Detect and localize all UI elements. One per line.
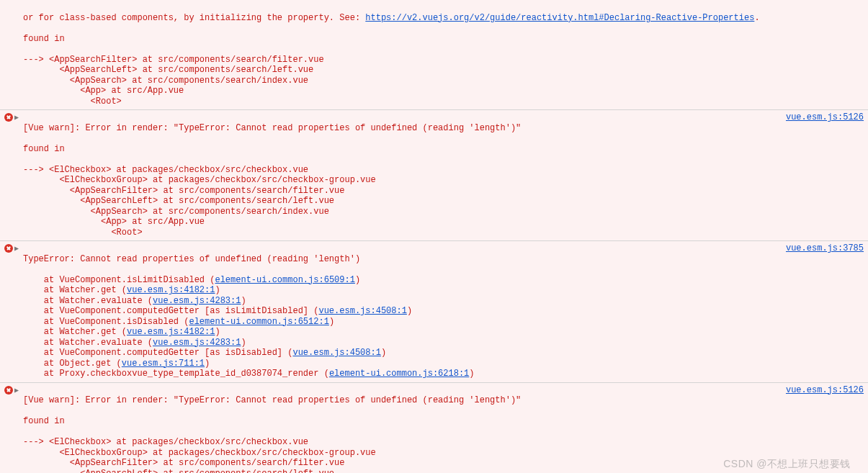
text: . (754, 13, 759, 23)
stack-frame-link[interactable]: element-ui.common.js:6512:1 (189, 317, 328, 327)
console-error-partial: or for class-based components, by initia… (0, 0, 868, 109)
gutter (3, 243, 14, 253)
stack-frame-link[interactable]: vue.esm.js:4508:1 (292, 348, 380, 358)
found-in-label: found in (23, 416, 65, 426)
stack-frame-link[interactable]: vue.esm.js:4182:1 (127, 285, 215, 295)
source-link[interactable]: vue.esm.js:3785 (786, 243, 864, 253)
component-trace: ---> <ElCheckbox> at packages/checkbox/s… (23, 165, 376, 238)
message-body: [Vue warn]: Error in render: "TypeError:… (23, 385, 777, 474)
console-error-row: ▶ [Vue warn]: Error in render: "TypeErro… (0, 109, 868, 240)
gutter (3, 2, 14, 3)
stack-frame-link[interactable]: vue.esm.js:4283:1 (153, 296, 241, 306)
stack-frame-link[interactable]: vue.esm.js:4283:1 (153, 338, 241, 348)
stack-frame-link[interactable]: vue.esm.js:4182:1 (127, 327, 215, 337)
source-location: vue.esm.js:5126 (777, 112, 864, 123)
component-trace: ---> <ElCheckbox> at packages/checkbox/s… (23, 437, 376, 473)
source-location: vue.esm.js:5126 (777, 385, 864, 396)
source-location: vue.esm.js:3785 (777, 243, 864, 254)
message-body: TypeError: Cannot read properties of und… (23, 243, 777, 379)
console-error-row: ▶ TypeError: Cannot read properties of u… (0, 240, 868, 382)
message-body: or for class-based components, by initia… (23, 2, 864, 107)
found-in-label: found in (23, 34, 65, 44)
found-in-label: found in (23, 144, 65, 154)
error-heading: [Vue warn]: Error in render: "TypeError:… (23, 395, 521, 405)
doc-link[interactable]: https://v2.vuejs.org/v2/guide/reactivity… (365, 13, 754, 23)
expand-toggle[interactable]: ▶ (14, 112, 23, 124)
source-link[interactable]: vue.esm.js:5126 (786, 385, 864, 395)
error-icon (4, 244, 13, 253)
gutter (3, 385, 14, 395)
stack-frame-link[interactable]: element-ui.common.js:6509:1 (215, 275, 354, 285)
gutter (3, 112, 14, 122)
text: or for class-based components, by initia… (23, 13, 365, 23)
console-error-row: ▶ [Vue warn]: Error in render: "TypeErro… (0, 382, 868, 474)
expand-toggle[interactable]: ▶ (14, 385, 23, 397)
component-trace: ---> <AppSearchFilter> at src/components… (23, 55, 324, 107)
error-heading: [Vue warn]: Error in render: "TypeError:… (23, 123, 521, 133)
message-body: [Vue warn]: Error in render: "TypeError:… (23, 112, 777, 238)
stack-frame-link[interactable]: vue.esm.js:4508:1 (318, 306, 406, 316)
stack-frame-link[interactable]: element-ui.common.js:6218:1 (329, 369, 469, 379)
gutter-arrow (14, 2, 23, 3)
error-icon (4, 113, 13, 122)
stack-trace: at VueComponent.isLimitDisabled (element… (23, 275, 475, 379)
stack-frame-link[interactable]: vue.esm.js:711:1 (122, 359, 205, 369)
error-heading: TypeError: Cannot read properties of und… (23, 254, 360, 264)
expand-toggle[interactable]: ▶ (14, 243, 23, 255)
error-icon (4, 386, 13, 395)
source-link[interactable]: vue.esm.js:5126 (786, 112, 864, 122)
